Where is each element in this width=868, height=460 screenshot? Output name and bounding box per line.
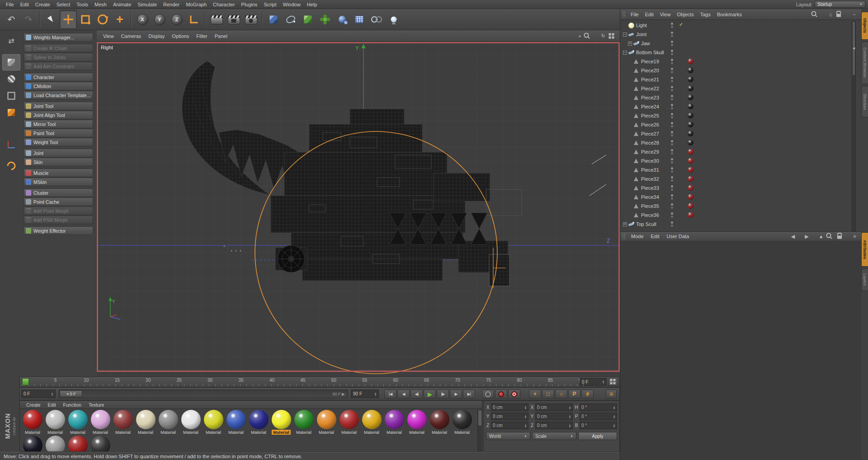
side-tab[interactable]: Objects [861,12,868,40]
object-tree-item[interactable]: Piece36 ✓ [620,211,851,220]
search-icon[interactable] [826,233,834,240]
character-menu-item[interactable]: Add Aim Constraint [24,62,93,70]
side-tab[interactable]: Content Browser [861,42,868,84]
record-scale-button[interactable]: □ [542,390,554,399]
visibility-dots[interactable] [671,113,673,118]
material-item[interactable]: Material [315,410,338,435]
material-tag-icon[interactable] [688,194,693,200]
material-item[interactable]: Material [247,410,270,435]
material-tag-icon[interactable] [688,158,693,164]
material-item[interactable]: Material [134,410,157,435]
material-menu-item[interactable]: Function [60,402,85,408]
visibility-dots[interactable] [671,41,673,46]
nav-forward-icon[interactable]: ▶ [797,233,808,240]
expand-toggle-icon[interactable] [623,222,627,226]
menu-item[interactable]: Edit [17,1,32,8]
spinner-arrows-icon[interactable]: ▲▼ [602,380,604,384]
visibility-dots[interactable] [671,68,673,73]
object-tree-item[interactable]: Piece30 ✓ [620,156,851,165]
object-tree-item[interactable]: Piece26 ✓ [620,120,851,129]
menu-item[interactable]: Animate [110,1,134,8]
object-tree-item[interactable]: Piece22 ✓ [620,84,851,93]
material-preview-sphere[interactable] [46,410,65,429]
add-mograph-button[interactable] [299,10,316,29]
enabled-check-icon[interactable]: ✓ [679,22,683,28]
material-tag-icon[interactable] [688,94,693,100]
menu-item[interactable]: Window [280,1,304,8]
powerslider-options-button[interactable]: ≡ [606,390,617,399]
character-menu-item[interactable]: Joint Tool [24,102,93,110]
material-tag-icon[interactable] [688,49,693,55]
material-item[interactable]: Material [157,410,179,435]
material-tag-icon[interactable] [688,221,693,227]
object-manager-menu-item[interactable]: Edit [642,11,657,18]
material-item[interactable]: Material [292,410,315,435]
material-item[interactable]: Material [383,410,406,435]
material-item[interactable]: Material [44,410,66,435]
visibility-dots[interactable] [671,95,673,100]
object-manager-menu-item[interactable]: View [657,11,674,18]
material-tag-icon[interactable] [688,122,693,127]
spinner-arrows-icon[interactable]: ▲▼ [613,424,615,427]
menu-item[interactable]: Character [210,1,238,8]
character-menu-item[interactable]: Skin [24,158,93,166]
material-item[interactable]: Material [179,410,202,435]
render-picture-viewer-button[interactable] [225,10,242,29]
spinner-arrows-icon[interactable]: ▲▼ [613,415,615,418]
material-item[interactable] [66,436,89,452]
lock-icon[interactable] [835,11,843,18]
object-manager-menu-item[interactable]: Bookmarks [714,11,745,18]
material-tag-icon[interactable] [688,103,693,109]
spinner-arrows-icon[interactable]: ▲▼ [524,415,527,418]
play-button[interactable]: ▶ [424,390,436,399]
add-deformer-button[interactable] [351,10,368,29]
visibility-dots[interactable] [671,176,673,182]
visibility-dots[interactable] [671,149,673,155]
object-manager-menu-item[interactable]: Objects [674,11,697,18]
object-tree-item[interactable]: Piece35 ✓ [620,202,851,211]
object-tree-item[interactable]: Piece24 ✓ [620,102,851,111]
material-tag-icon[interactable] [688,131,693,136]
material-tag-icon[interactable] [688,149,693,155]
viewport-menu-item[interactable]: Filter [193,33,211,40]
material-item[interactable]: Material [428,410,451,435]
material-scrollbar[interactable] [477,409,481,451]
material-item[interactable]: Material [202,410,225,435]
coordinate-field[interactable]: 0 cm ▲▼ [491,422,528,429]
menu-item[interactable]: Tools [73,1,91,8]
frame-slider[interactable]: 0 F 90 F ▶ [59,390,348,398]
material-tag-icon[interactable] [688,22,693,28]
material-tag-icon[interactable] [688,185,693,191]
object-mode-button[interactable] [2,104,20,121]
object-tree-item[interactable]: Top Scull ✓ [620,220,851,229]
object-manager-menu-item[interactable]: File [627,11,642,18]
axis-mode-button[interactable] [2,136,20,153]
current-frame-field[interactable]: 0 F ▲▼ [21,390,56,398]
apply-button[interactable]: Apply [578,432,617,440]
visibility-dots[interactable] [671,32,673,37]
material-preview-sphere[interactable] [68,410,88,429]
material-preview-sphere[interactable] [317,410,336,429]
nav-up-icon[interactable]: ▲ [811,233,824,240]
side-tab[interactable]: Structure [861,86,868,117]
character-menu-item[interactable]: Paint Tool [24,129,93,137]
object-tree-item[interactable]: Piece23 ✓ [620,93,851,102]
material-preview-sphere[interactable] [159,410,178,429]
character-menu-item[interactable]: Add PSR Morph [24,216,93,224]
material-menu-item[interactable]: Create [23,402,44,408]
character-menu-item[interactable]: Create IK Chain [24,44,93,52]
visibility-dots[interactable] [671,221,673,227]
object-tree-item[interactable]: Jaw ✓ [620,39,851,48]
material-preview-sphere[interactable] [249,410,269,429]
object-tree-item[interactable]: Piece34 ✓ [620,192,851,202]
spinner-arrows-icon[interactable]: ▲▼ [613,406,615,409]
character-menu-item[interactable]: MSkin [24,178,93,186]
pan-view-icon[interactable]: + [571,33,581,39]
object-tree-item[interactable]: Light ✓ [620,21,851,30]
material-tag-icon[interactable] [688,176,693,182]
viewport-scene[interactable]: Y Z Y [97,42,620,376]
character-menu-item[interactable]: Character [24,73,93,81]
material-item[interactable] [89,436,112,452]
viewport-menu-item[interactable]: Cameras [118,33,145,40]
material-item[interactable]: Material [406,410,428,435]
